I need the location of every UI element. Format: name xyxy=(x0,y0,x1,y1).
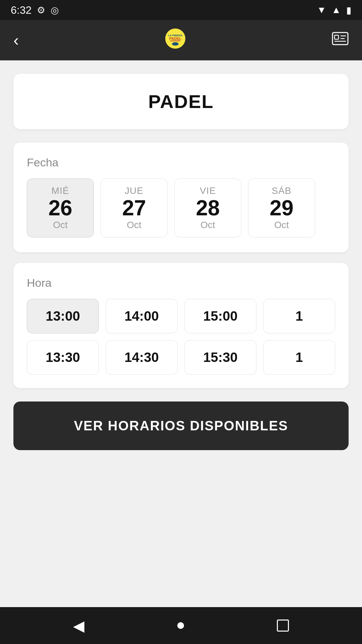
ver-horarios-button[interactable]: VER HORARIOS DISPONIBLES xyxy=(13,401,349,450)
top-bar: ‹ LA RIBERA PADEL xyxy=(0,20,362,60)
time-item-1600-partial[interactable]: 1 xyxy=(263,299,335,333)
date-day-vie: VIE xyxy=(180,185,236,196)
settings-icon: ⚙ xyxy=(37,5,45,16)
status-bar: 6:32 ⚙ ◎ ▼ ▲ ▮ xyxy=(0,0,362,20)
nav-recent-button[interactable] xyxy=(277,620,289,632)
logo: LA RIBERA PADEL xyxy=(160,25,190,55)
time-item-1530[interactable]: 15:30 xyxy=(184,340,256,375)
svg-rect-6 xyxy=(335,35,339,39)
time-item-1500[interactable]: 15:00 xyxy=(184,299,256,333)
date-item-mie[interactable]: MIÉ 26 Oct xyxy=(27,178,94,237)
time-item-1400[interactable]: 14:00 xyxy=(106,299,178,333)
date-number-vie: 28 xyxy=(180,196,236,220)
status-time: 6:32 xyxy=(11,4,32,16)
date-day-mie: MIÉ xyxy=(33,185,88,196)
page-title: PADEL xyxy=(27,91,335,112)
date-month-vie: Oct xyxy=(180,220,236,230)
hora-section: Hora 13:00 14:00 15:00 1 13:30 14:30 15:… xyxy=(13,263,349,388)
date-day-jue: JUE xyxy=(106,185,162,196)
main-content: PADEL Fecha MIÉ 26 Oct JUE 27 Oct VIE 28… xyxy=(0,60,362,607)
nav-back-button[interactable]: ◀ xyxy=(73,617,84,634)
date-number-jue: 27 xyxy=(106,196,162,220)
title-card: PADEL xyxy=(13,74,349,129)
date-row: MIÉ 26 Oct JUE 27 Oct VIE 28 Oct SÁB 29 … xyxy=(27,178,335,239)
time-item-1330[interactable]: 13:30 xyxy=(27,340,99,375)
time-grid: 13:00 14:00 15:00 1 13:30 14:30 15:30 1 xyxy=(27,299,335,375)
logo-image: LA RIBERA PADEL xyxy=(160,25,190,55)
nav-home-button[interactable] xyxy=(177,622,184,629)
hora-label: Hora xyxy=(27,276,335,289)
time-item-1430[interactable]: 14:30 xyxy=(106,340,178,375)
date-month-sab: Oct xyxy=(254,220,309,230)
date-month-mie: Oct xyxy=(33,220,88,230)
fecha-section: Fecha MIÉ 26 Oct JUE 27 Oct VIE 28 Oct S… xyxy=(13,143,349,252)
date-number-sab: 29 xyxy=(254,196,309,220)
time-item-1630-partial[interactable]: 1 xyxy=(263,340,335,375)
signal-icon: ▲ xyxy=(331,5,341,15)
time-item-1300[interactable]: 13:00 xyxy=(27,299,99,333)
svg-text:PADEL: PADEL xyxy=(169,37,182,41)
battery-icon: ▮ xyxy=(346,5,351,16)
svg-point-4 xyxy=(172,42,179,46)
date-number-mie: 26 xyxy=(33,196,88,220)
date-item-vie[interactable]: VIE 28 Oct xyxy=(174,178,241,237)
fecha-label: Fecha xyxy=(27,156,335,169)
bottom-nav: ◀ xyxy=(0,607,362,644)
circle-arrow-icon: ◎ xyxy=(51,5,59,16)
date-item-jue[interactable]: JUE 27 Oct xyxy=(101,178,168,237)
date-day-sab: SÁB xyxy=(254,185,309,196)
date-item-sab[interactable]: SÁB 29 Oct xyxy=(248,178,315,237)
id-card-button[interactable] xyxy=(332,31,349,49)
wifi-icon: ▼ xyxy=(317,5,326,15)
date-month-jue: Oct xyxy=(106,220,162,230)
back-button[interactable]: ‹ xyxy=(13,32,19,48)
